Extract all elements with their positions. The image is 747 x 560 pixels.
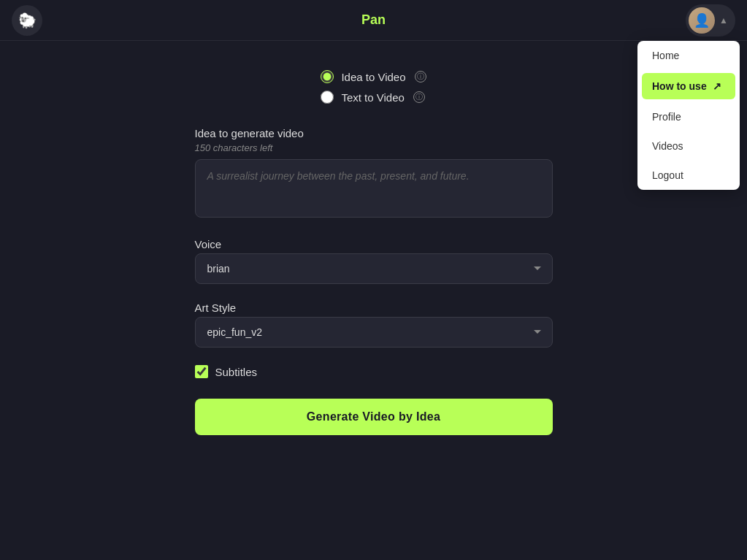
dropdown-item-home[interactable]: Home bbox=[637, 41, 740, 70]
dropdown-item-profile[interactable]: Profile bbox=[637, 102, 740, 131]
text-info-icon[interactable]: ⓘ bbox=[413, 91, 425, 103]
radio-text-label: Text to Video bbox=[341, 91, 404, 104]
dropdown-item-videos[interactable]: Videos bbox=[637, 131, 740, 161]
app-title: Pan bbox=[361, 12, 386, 28]
voice-select[interactable]: brian emma george amy bbox=[195, 253, 553, 284]
voice-form-group: Voice brian emma george amy bbox=[195, 238, 553, 284]
idea-textarea[interactable] bbox=[195, 159, 553, 218]
radio-idea-to-video[interactable]: Idea to Video ⓘ bbox=[321, 70, 426, 83]
art-style-label: Art Style bbox=[195, 302, 553, 314]
dropdown-menu: Home How to use ↗ Profile Videos Logout bbox=[637, 41, 740, 190]
radio-text-input[interactable] bbox=[321, 91, 334, 104]
radio-idea-label: Idea to Video bbox=[341, 71, 405, 83]
external-link-icon: ↗ bbox=[713, 80, 721, 92]
art-style-select[interactable]: epic_fun_v2 realistic anime cartoon abst… bbox=[195, 317, 553, 348]
idea-form-group: Idea to generate video 150 characters le… bbox=[195, 127, 553, 220]
form-container: Idea to generate video 150 characters le… bbox=[195, 127, 553, 435]
art-style-form-group: Art Style epic_fun_v2 realistic anime ca… bbox=[195, 302, 553, 348]
idea-label: Idea to generate video bbox=[195, 127, 553, 139]
chevron-down-icon: ▲ bbox=[719, 15, 728, 26]
radio-idea-input[interactable] bbox=[321, 70, 334, 83]
voice-label: Voice bbox=[195, 238, 553, 250]
subtitles-label[interactable]: Subtitles bbox=[215, 366, 258, 378]
subtitles-group: Subtitles bbox=[195, 365, 553, 378]
logo: 🐑 bbox=[12, 5, 42, 36]
avatar-button[interactable]: 👤 ▲ bbox=[686, 4, 735, 37]
radio-group: Idea to Video ⓘ Text to Video ⓘ bbox=[321, 70, 426, 104]
dropdown-item-logout[interactable]: Logout bbox=[637, 161, 740, 190]
main-content: Idea to Video ⓘ Text to Video ⓘ Idea to … bbox=[0, 41, 747, 435]
chars-left: 150 characters left bbox=[195, 142, 553, 153]
subtitles-checkbox[interactable] bbox=[195, 365, 208, 378]
dropdown-item-how-to-use[interactable]: How to use ↗ bbox=[642, 73, 735, 99]
generate-button[interactable]: Generate Video by Idea bbox=[195, 399, 553, 435]
avatar: 👤 bbox=[689, 7, 715, 34]
radio-text-to-video[interactable]: Text to Video ⓘ bbox=[321, 91, 424, 104]
header: 🐑 Pan 👤 ▲ bbox=[0, 0, 747, 41]
logo-icon: 🐑 bbox=[18, 12, 37, 29]
idea-info-icon[interactable]: ⓘ bbox=[415, 71, 426, 83]
